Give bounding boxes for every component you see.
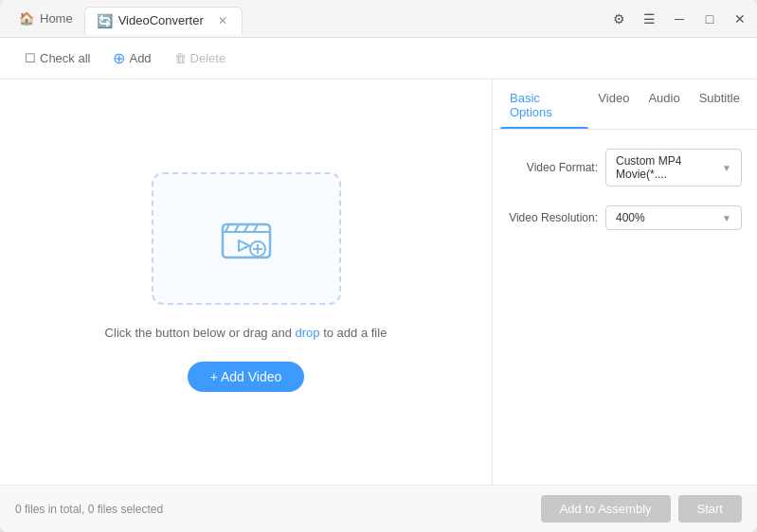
video-resolution-value: 400% xyxy=(616,211,645,224)
video-format-select[interactable]: Custom MP4 Movie(*.... ▼ xyxy=(605,149,742,186)
menu-button[interactable]: ☰ xyxy=(640,9,658,28)
add-button[interactable]: ⊕ Add xyxy=(103,45,160,71)
main-window: 🏠 Home 🔄 VideoConverter ✕ ⚙ ☰ ─ □ ✕ ☐ Ch… xyxy=(0,0,757,532)
home-tab-label: Home xyxy=(40,11,73,26)
checkbox-icon: ☐ xyxy=(25,51,36,65)
add-label: Add xyxy=(129,51,151,65)
right-panel: Basic Options Video Audio Subtitle Video… xyxy=(492,80,757,485)
video-format-value: Custom MP4 Movie(*.... xyxy=(616,154,722,181)
footer: 0 files in total, 0 files selected Add t… xyxy=(0,485,757,532)
tab-home[interactable]: 🏠 Home xyxy=(8,6,84,31)
footer-status: 0 files in total, 0 files selected xyxy=(15,503,541,516)
tab-audio[interactable]: Audio xyxy=(639,80,689,129)
window-controls: ⚙ ☰ ─ □ ✕ xyxy=(609,9,749,28)
tab-subtitle[interactable]: Subtitle xyxy=(690,80,749,129)
tab-videoconverter[interactable]: 🔄 VideoConverter ✕ xyxy=(84,7,243,35)
options-tabs: Basic Options Video Audio Subtitle xyxy=(493,80,757,130)
drop-hint-text2: to add a file xyxy=(323,326,387,340)
sync-icon: 🔄 xyxy=(97,13,113,28)
footer-buttons: Add to Assembly Start xyxy=(541,495,742,523)
active-tab-label: VideoConverter xyxy=(118,13,204,27)
check-all-button[interactable]: ☐ Check all xyxy=(15,47,99,69)
add-icon: ⊕ xyxy=(113,49,125,67)
delete-button[interactable]: 🗑 Delete xyxy=(165,47,236,69)
maximize-button[interactable]: □ xyxy=(700,9,719,28)
drop-hint: Click the button below or drag and drop … xyxy=(105,324,388,343)
options-content: Video Format: Custom MP4 Movie(*.... ▼ V… xyxy=(493,130,757,485)
close-button[interactable]: ✕ xyxy=(730,9,749,28)
main-content: Click the button below or drag and drop … xyxy=(0,80,757,485)
video-resolution-select[interactable]: 400% ▼ xyxy=(605,205,742,230)
video-resolution-label: Video Resolution: xyxy=(508,211,598,224)
add-to-assembly-button[interactable]: Add to Assembly xyxy=(541,495,671,523)
home-icon: 🏠 xyxy=(19,11,34,26)
tab-video[interactable]: Video xyxy=(588,80,639,129)
delete-icon: 🗑 xyxy=(174,51,187,65)
tab-basic-options[interactable]: Basic Options xyxy=(500,80,588,129)
add-video-button[interactable]: + Add Video xyxy=(188,362,305,392)
check-all-label: Check all xyxy=(40,51,90,65)
drop-zone[interactable] xyxy=(152,172,341,305)
video-format-label: Video Format: xyxy=(508,161,598,174)
drop-zone-icon xyxy=(218,210,275,267)
drop-hint-text1: Click the button below or drag and xyxy=(105,326,292,340)
start-button[interactable]: Start xyxy=(678,495,742,523)
video-format-row: Video Format: Custom MP4 Movie(*.... ▼ xyxy=(508,149,742,186)
chevron-down-icon: ▼ xyxy=(722,163,731,173)
minimize-button[interactable]: ─ xyxy=(670,9,689,28)
title-bar: 🏠 Home 🔄 VideoConverter ✕ ⚙ ☰ ─ □ ✕ xyxy=(0,0,757,38)
chevron-down-icon-2: ▼ xyxy=(722,213,731,223)
left-panel: Click the button below or drag and drop … xyxy=(0,80,492,485)
tab-close-icon[interactable]: ✕ xyxy=(215,13,230,28)
delete-label: Delete xyxy=(190,51,226,65)
settings-button[interactable]: ⚙ xyxy=(609,9,628,28)
toolbar: ☐ Check all ⊕ Add 🗑 Delete xyxy=(0,38,757,80)
video-resolution-row: Video Resolution: 400% ▼ xyxy=(508,205,742,230)
drop-hint-highlight: drop xyxy=(292,326,323,340)
